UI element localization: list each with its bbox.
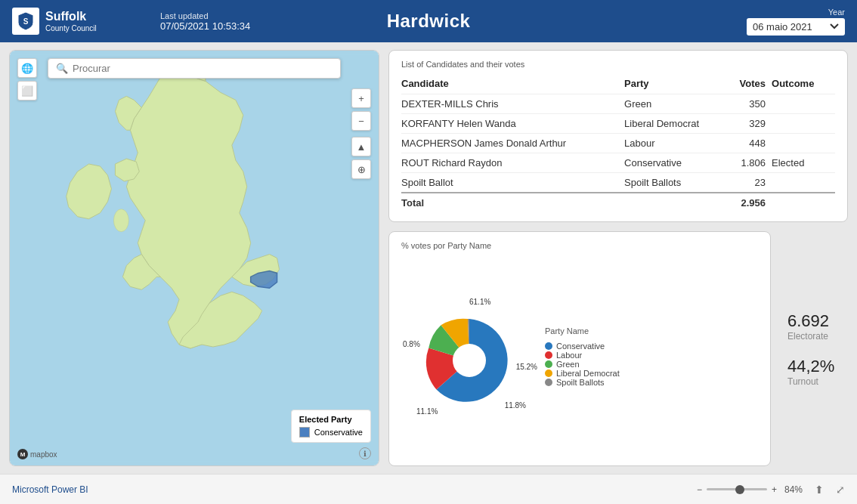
turnout-stat: 44,2% Turnout bbox=[787, 357, 848, 387]
header: S Suffolk County Council Last updated 07… bbox=[0, 0, 857, 42]
legend-text: Labour bbox=[556, 351, 582, 360]
search-input[interactable] bbox=[73, 63, 333, 74]
candidate-party: Liberal Democrat bbox=[624, 114, 730, 134]
svg-point-11 bbox=[113, 209, 128, 232]
chart-panel: % votes por Party Name bbox=[388, 231, 771, 466]
map-panel: 🌐 ⬜ 🔍 + − ▲ ⊕ Elected Party bbox=[9, 50, 379, 466]
year-selector: Year 06 maio 2021 bbox=[747, 8, 845, 36]
legend-entry: Green bbox=[545, 360, 620, 369]
candidate-name: MACPHERSON James Donald Arthur bbox=[401, 134, 624, 153]
map-background: 🌐 ⬜ 🔍 + − ▲ ⊕ Elected Party bbox=[10, 51, 379, 465]
candidate-name: KORFANTY Helen Wanda bbox=[401, 114, 624, 134]
candidate-name: Spoilt Ballot bbox=[401, 173, 624, 193]
col-outcome: Outcome bbox=[772, 75, 835, 94]
table-row: MACPHERSON James Donald Arthur Labour 44… bbox=[401, 134, 835, 153]
svg-text:S: S bbox=[23, 17, 29, 26]
footer: Microsoft Power BI − + 84% ⬆ ⤢ bbox=[0, 474, 857, 504]
nav-up-button[interactable]: ▲ bbox=[351, 137, 371, 156]
logo-top: Suffolk bbox=[45, 9, 97, 23]
power-bi-link[interactable]: Microsoft Power BI bbox=[12, 484, 88, 495]
table-row: Spoilt Ballot Spoilt Ballots 23 bbox=[401, 173, 835, 193]
logo-shield: S bbox=[12, 8, 39, 35]
legend-entry: Conservative bbox=[545, 342, 620, 351]
logo: S Suffolk County Council bbox=[12, 8, 148, 35]
pie-label-spoilt: 0.8% bbox=[403, 340, 420, 348]
zoom-extent-button[interactable]: ⊕ bbox=[351, 159, 371, 179]
col-party: Party bbox=[624, 75, 730, 94]
page-title: Hardwick bbox=[387, 11, 471, 32]
stats-panel: 6.692 Electorate 44,2% Turnout bbox=[780, 231, 848, 466]
legend-dot bbox=[545, 342, 552, 350]
map-globe-button[interactable]: 🌐 bbox=[17, 58, 37, 78]
candidate-outcome: Elected bbox=[772, 153, 835, 173]
candidate-party: Labour bbox=[624, 134, 730, 153]
logo-bottom: County Council bbox=[45, 24, 97, 33]
legend-text: Green bbox=[556, 360, 580, 369]
year-label: Year bbox=[828, 8, 845, 17]
last-updated: Last updated 07/05/2021 10:53:34 bbox=[160, 11, 250, 32]
map-legend: Elected Party Conservative bbox=[291, 410, 371, 443]
map-frame-button[interactable]: ⬜ bbox=[17, 81, 37, 100]
total-label: Total bbox=[401, 193, 624, 212]
footer-right: − + 84% ⬆ ⤢ bbox=[697, 484, 845, 496]
legend-entry: Labour bbox=[545, 351, 620, 360]
legend-text: Liberal Democrat bbox=[556, 369, 620, 378]
last-updated-value: 07/05/2021 10:53:34 bbox=[160, 20, 250, 32]
electorate-label: Electorate bbox=[787, 331, 848, 342]
main-content: 🌐 ⬜ 🔍 + − ▲ ⊕ Elected Party bbox=[0, 42, 857, 474]
candidate-votes: 329 bbox=[730, 114, 772, 134]
legend-item: Conservative bbox=[299, 427, 363, 438]
legend-text: Spoilt Ballots bbox=[556, 378, 605, 387]
legend-item-label: Conservative bbox=[314, 428, 363, 437]
legend-color-swatch bbox=[299, 427, 310, 438]
pie-chart: 61.1% 15.2% 11.8% 11.1% 0.8% bbox=[401, 296, 537, 417]
uk-map-svg bbox=[10, 51, 379, 465]
map-controls-left: 🌐 ⬜ bbox=[17, 58, 37, 100]
mapbox-logo: M mapbox bbox=[17, 449, 57, 459]
zoom-out-button[interactable]: − bbox=[351, 111, 371, 131]
map-search-bar[interactable]: 🔍 bbox=[48, 58, 341, 79]
legend-title: Elected Party bbox=[299, 415, 363, 424]
candidates-panel: List of Candidates and their votes Candi… bbox=[388, 50, 848, 222]
zoom-plus[interactable]: + bbox=[772, 484, 777, 495]
pie-label-libdem: 11.1% bbox=[416, 407, 438, 416]
pie-svg bbox=[401, 296, 537, 417]
zoom-slider[interactable] bbox=[707, 488, 767, 490]
legend-dot bbox=[545, 360, 552, 368]
candidate-votes: 23 bbox=[730, 173, 772, 193]
electorate-stat: 6.692 Electorate bbox=[787, 311, 848, 342]
zoom-percent: 84% bbox=[784, 484, 803, 495]
share-icon[interactable]: ⬆ bbox=[815, 484, 824, 496]
last-updated-label: Last updated bbox=[160, 11, 250, 20]
legend-dot bbox=[545, 369, 552, 377]
candidate-party: Green bbox=[624, 94, 730, 114]
legend-dot bbox=[545, 351, 552, 359]
zoom-minus[interactable]: − bbox=[697, 484, 702, 495]
legend-dot bbox=[545, 379, 552, 386]
fullscreen-icon[interactable]: ⤢ bbox=[836, 484, 845, 496]
mapbox-label: mapbox bbox=[30, 450, 57, 459]
col-votes: Votes bbox=[730, 75, 772, 94]
candidates-panel-title: List of Candidates and their votes bbox=[401, 60, 835, 69]
pie-label-labour: 15.2% bbox=[516, 363, 537, 371]
legend-title-label: Party Name bbox=[545, 326, 620, 335]
map-controls-right: + − ▲ ⊕ bbox=[351, 88, 371, 179]
total-empty1 bbox=[624, 193, 730, 212]
legend-entry: Liberal Democrat bbox=[545, 369, 620, 378]
candidates-table: Candidate Party Votes Outcome DEXTER-MIL… bbox=[401, 75, 835, 212]
legend-text: Conservative bbox=[556, 342, 605, 351]
electorate-value: 6.692 bbox=[787, 311, 848, 331]
turnout-value: 44,2% bbox=[787, 357, 848, 376]
map-info-button[interactable]: ℹ bbox=[359, 447, 371, 459]
pie-label-conservative: 61.1% bbox=[469, 298, 490, 306]
zoom-in-button[interactable]: + bbox=[351, 88, 371, 108]
turnout-label: Turnout bbox=[787, 376, 848, 387]
mapbox-icon: M bbox=[17, 449, 28, 459]
candidate-name: ROUT Richard Raydon bbox=[401, 153, 624, 173]
logo-text: Suffolk County Council bbox=[45, 9, 97, 32]
chart-legend: Party Name Conservative Labour Green Lib… bbox=[545, 326, 620, 387]
candidate-party: Spoilt Ballots bbox=[624, 173, 730, 193]
year-dropdown[interactable]: 06 maio 2021 bbox=[747, 18, 845, 36]
legend-entry: Spoilt Ballots bbox=[545, 378, 620, 387]
svg-point-12 bbox=[453, 344, 486, 377]
